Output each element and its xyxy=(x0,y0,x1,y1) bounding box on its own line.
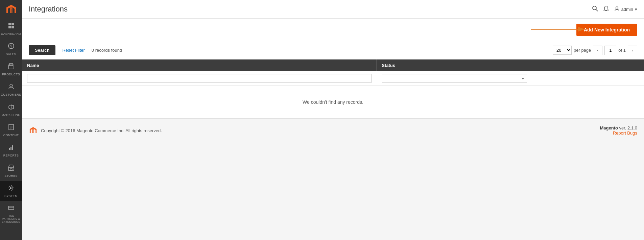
sidebar-item-products[interactable]: PRODUCTS xyxy=(0,59,22,79)
customers-icon xyxy=(8,83,15,92)
page-number-input[interactable]: 1 xyxy=(604,46,616,55)
system-icon xyxy=(8,185,15,193)
per-page-dropdown[interactable]: 20 30 50 100 200 xyxy=(553,46,572,55)
products-icon xyxy=(8,63,15,71)
empty-row: We couldn't find any records. xyxy=(22,86,644,119)
search-button[interactable]: Search xyxy=(29,45,55,55)
find-icon xyxy=(8,205,15,213)
marketing-label: MARKETING xyxy=(1,113,20,117)
sidebar-item-system[interactable]: SYSTEM xyxy=(0,181,22,201)
reset-filter-button[interactable]: Reset Filter xyxy=(61,45,86,55)
svg-point-26 xyxy=(616,7,618,9)
admin-chevron: ▾ xyxy=(635,7,637,12)
dashboard-label: DASHBOARD xyxy=(1,32,21,35)
reports-icon xyxy=(8,144,15,152)
search-icon[interactable] xyxy=(592,5,598,13)
per-page-select: 20 30 50 100 200 xyxy=(553,46,572,55)
search-bar: Search Reset Filter 0 records found 20 3… xyxy=(22,41,644,59)
svg-rect-22 xyxy=(8,206,14,210)
sidebar-item-dashboard[interactable]: DASHBOARD xyxy=(0,19,22,39)
pagination-controls: 20 30 50 100 200 per page ‹ 1 of 1 › xyxy=(553,46,637,55)
reports-label: REPORTS xyxy=(3,154,19,157)
status-filter-select[interactable]: Active Inactive xyxy=(382,74,519,82)
main-wrapper: Integrations xyxy=(22,0,644,240)
svg-rect-4 xyxy=(11,23,14,25)
find-label: FIND PARTNERS & EXTENSIONS xyxy=(1,214,21,223)
empty-message: We couldn't find any records. xyxy=(303,99,363,105)
arrow-annotation xyxy=(531,24,585,35)
filter-row: Active Inactive ▼ xyxy=(22,71,644,86)
user-icon xyxy=(614,6,620,13)
table-container: Name Status xyxy=(22,59,644,118)
svg-rect-18 xyxy=(12,145,13,150)
sidebar-item-content[interactable]: CONTENT xyxy=(0,120,22,140)
svg-point-21 xyxy=(10,187,12,189)
products-label: PRODUCTS xyxy=(2,73,20,76)
system-label: SYSTEM xyxy=(4,194,18,198)
col-header-actions2 xyxy=(588,59,644,71)
sales-icon: $ xyxy=(8,43,15,51)
svg-point-24 xyxy=(593,6,596,10)
select-arrow-icon: ▼ xyxy=(519,77,527,80)
stores-label: STORES xyxy=(4,174,18,177)
page-footer: Copyright © 2016 Magento Commerce Inc. A… xyxy=(22,118,644,142)
col-header-actions1 xyxy=(532,59,588,71)
svg-text:$: $ xyxy=(10,44,12,48)
version-number: ver. 2.1.0 xyxy=(619,125,637,130)
per-page-label: per page xyxy=(574,48,591,53)
admin-label: admin xyxy=(621,7,633,12)
svg-rect-10 xyxy=(9,64,13,66)
action-bar: Add New Integration xyxy=(22,19,644,41)
svg-point-11 xyxy=(10,84,13,87)
sidebar-item-customers[interactable]: CUSTOMERS xyxy=(0,79,22,100)
svg-rect-3 xyxy=(8,23,11,25)
sidebar-item-reports[interactable]: REPORTS xyxy=(0,140,22,161)
svg-rect-5 xyxy=(8,26,11,28)
sidebar: DASHBOARD $ SALES PRODUCTS CUSTOMERS xyxy=(0,0,22,240)
add-integration-button[interactable]: Add New Integration xyxy=(576,24,637,36)
sales-label: SALES xyxy=(6,52,16,56)
next-page-button[interactable]: › xyxy=(628,46,637,55)
sidebar-item-marketing[interactable]: MARKETING xyxy=(0,100,22,120)
col-header-name[interactable]: Name xyxy=(22,59,377,71)
header-actions: admin ▾ xyxy=(592,5,637,13)
of-pages-label: of 1 xyxy=(618,48,626,53)
svg-rect-16 xyxy=(9,148,10,150)
records-found-text: 0 records found xyxy=(92,48,122,53)
integrations-table: Name Status xyxy=(22,59,644,118)
dashboard-icon xyxy=(8,22,15,31)
page-title: Integrations xyxy=(29,5,68,14)
col-header-status[interactable]: Status xyxy=(377,59,532,71)
report-bugs-link[interactable]: Report Bugs xyxy=(613,130,637,136)
footer-magento-logo xyxy=(29,126,38,135)
magento-brand: Magento xyxy=(600,125,618,130)
svg-line-25 xyxy=(596,9,598,11)
svg-rect-6 xyxy=(11,26,14,28)
status-filter-wrapper: Active Inactive ▼ xyxy=(382,74,527,83)
content-area: Add New Integration Search Reset Filter … xyxy=(22,19,644,240)
footer-copyright: Copyright © 2016 Magento Commerce Inc. A… xyxy=(29,126,162,135)
content-label: CONTENT xyxy=(3,134,19,137)
customers-label: CUSTOMERS xyxy=(1,93,21,96)
name-filter-input[interactable] xyxy=(27,74,372,83)
admin-user-menu[interactable]: admin ▾ xyxy=(614,6,637,13)
top-header: Integrations xyxy=(22,0,644,19)
sidebar-item-sales[interactable]: $ SALES xyxy=(0,39,22,59)
sidebar-logo xyxy=(0,0,22,19)
prev-page-button[interactable]: ‹ xyxy=(593,46,602,55)
notifications-icon[interactable] xyxy=(603,5,609,13)
sidebar-item-find[interactable]: FIND PARTNERS & EXTENSIONS xyxy=(0,201,22,227)
sidebar-item-stores[interactable]: STORES xyxy=(0,161,22,181)
copyright-text: Copyright © 2016 Magento Commerce Inc. A… xyxy=(41,128,162,133)
content-icon xyxy=(8,124,15,132)
footer-version: Magento ver. 2.1.0 Report Bugs xyxy=(600,125,637,136)
svg-rect-17 xyxy=(10,147,11,150)
marketing-icon xyxy=(8,103,15,112)
svg-marker-28 xyxy=(578,27,585,32)
stores-icon xyxy=(8,164,15,173)
